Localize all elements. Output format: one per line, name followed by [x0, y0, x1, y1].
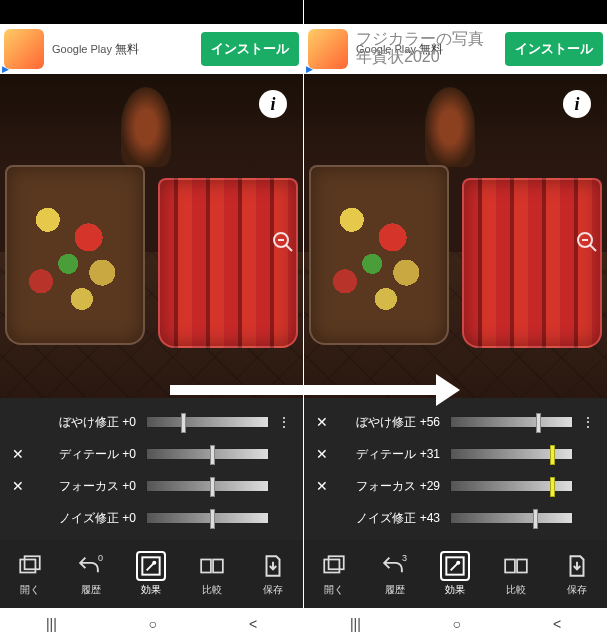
history-button[interactable]: 0 履歴 — [63, 551, 119, 597]
bottom-toolbar: 開く 3 履歴 効果 比較 保存 — [304, 540, 607, 608]
transition-arrow-icon — [170, 380, 460, 400]
ad-banner[interactable]: Google Play 無料 フジカラーの写真 年賀状2020 インストール ▶ — [304, 24, 607, 74]
install-button[interactable]: インストール — [505, 32, 603, 66]
svg-line-1 — [286, 245, 292, 251]
compare-button[interactable]: 比較 — [488, 551, 544, 597]
svg-rect-13 — [329, 556, 344, 569]
zoom-out-icon[interactable] — [575, 230, 599, 254]
ad-overlay-text: フジカラーの写真 年賀状2020 — [356, 30, 484, 65]
svg-rect-7 — [201, 560, 211, 573]
phone-right: Google Play 無料 フジカラーの写真 年賀状2020 インストール ▶… — [304, 0, 607, 640]
ad-app-icon — [308, 29, 348, 69]
slider-noise[interactable]: ノイズ修正 +43 — [308, 502, 603, 534]
reset-icon[interactable]: ✕ — [10, 446, 26, 462]
svg-point-15 — [458, 562, 460, 564]
info-icon[interactable]: i — [259, 90, 287, 118]
open-icon — [15, 551, 45, 581]
svg-rect-3 — [21, 560, 36, 573]
back-button[interactable]: < — [553, 616, 561, 632]
slider-noise[interactable]: ノイズ修正 +0 — [4, 502, 299, 534]
svg-rect-8 — [213, 560, 223, 573]
compare-icon — [501, 551, 531, 581]
slider-track[interactable] — [146, 512, 269, 524]
install-button[interactable]: インストール — [201, 32, 299, 66]
slider-focus[interactable]: ✕ フォーカス +0 — [4, 470, 299, 502]
bottom-toolbar: 開く 0 履歴 効果 比較 保存 — [0, 540, 303, 608]
history-button[interactable]: 3 履歴 — [367, 551, 423, 597]
recent-apps-button[interactable]: ||| — [350, 616, 361, 632]
sliders-panel: ぼやけ修正 +0 ⋮ ✕ ディテール +0 ✕ フォーカス +0 ノイズ修正 +… — [0, 398, 303, 540]
effect-button[interactable]: 効果 — [123, 551, 179, 597]
slider-track[interactable] — [450, 512, 573, 524]
undo-icon: 0 — [76, 551, 106, 581]
photo-preview[interactable]: i — [304, 74, 607, 398]
save-button[interactable]: 保存 — [549, 551, 605, 597]
more-icon[interactable]: ⋮ — [275, 414, 293, 430]
ad-banner[interactable]: Google Play 無料 インストール ▶ — [0, 24, 303, 74]
effect-button[interactable]: 効果 — [427, 551, 483, 597]
photo-preview[interactable]: i — [0, 74, 303, 398]
recent-apps-button[interactable]: ||| — [46, 616, 57, 632]
slider-blur[interactable]: ✕ ぼやけ修正 +56 ⋮ — [308, 406, 603, 438]
effect-icon — [136, 551, 166, 581]
android-nav-bar: ||| ○ < — [304, 608, 607, 640]
svg-rect-16 — [505, 560, 515, 573]
home-button[interactable]: ○ — [149, 616, 157, 632]
slider-track[interactable] — [450, 416, 573, 428]
save-icon — [562, 551, 592, 581]
zoom-out-icon[interactable] — [271, 230, 295, 254]
slider-detail[interactable]: ✕ ディテール +0 — [4, 438, 299, 470]
slider-track[interactable] — [146, 480, 269, 492]
reset-icon[interactable]: ✕ — [10, 478, 26, 494]
undo-icon: 3 — [380, 551, 410, 581]
android-nav-bar: ||| ○ < — [0, 608, 303, 640]
slider-track[interactable] — [146, 416, 269, 428]
status-bar — [0, 0, 303, 24]
slider-track[interactable] — [450, 480, 573, 492]
slider-track[interactable] — [146, 448, 269, 460]
back-button[interactable]: < — [249, 616, 257, 632]
svg-rect-17 — [517, 560, 527, 573]
open-button[interactable]: 開く — [306, 551, 362, 597]
open-icon — [319, 551, 349, 581]
slider-detail[interactable]: ✕ ディテール +31 — [308, 438, 603, 470]
save-button[interactable]: 保存 — [245, 551, 301, 597]
slider-focus[interactable]: ✕ フォーカス +29 — [308, 470, 603, 502]
compare-icon — [197, 551, 227, 581]
ad-marker-icon: ▶ — [306, 64, 313, 74]
svg-rect-4 — [25, 556, 40, 569]
effect-icon — [440, 551, 470, 581]
svg-rect-12 — [325, 560, 340, 573]
reset-icon[interactable]: ✕ — [314, 478, 330, 494]
ad-text: Google Play 無料 — [44, 41, 201, 58]
compare-button[interactable]: 比較 — [184, 551, 240, 597]
phone-left: Google Play 無料 インストール ▶ i ぼやけ修正 +0 — [0, 0, 303, 640]
sliders-panel: ✕ ぼやけ修正 +56 ⋮ ✕ ディテール +31 ✕ フォーカス +29 ノイ… — [304, 398, 607, 540]
ad-app-icon — [4, 29, 44, 69]
ad-marker-icon: ▶ — [2, 64, 9, 74]
home-button[interactable]: ○ — [453, 616, 461, 632]
slider-blur[interactable]: ぼやけ修正 +0 ⋮ — [4, 406, 299, 438]
status-bar — [304, 0, 607, 24]
slider-track[interactable] — [450, 448, 573, 460]
reset-icon[interactable]: ✕ — [314, 446, 330, 462]
more-icon[interactable]: ⋮ — [579, 414, 597, 430]
svg-line-10 — [590, 245, 596, 251]
save-icon — [258, 551, 288, 581]
open-button[interactable]: 開く — [2, 551, 58, 597]
info-icon[interactable]: i — [563, 90, 591, 118]
svg-point-6 — [154, 562, 156, 564]
reset-icon[interactable]: ✕ — [314, 414, 330, 430]
